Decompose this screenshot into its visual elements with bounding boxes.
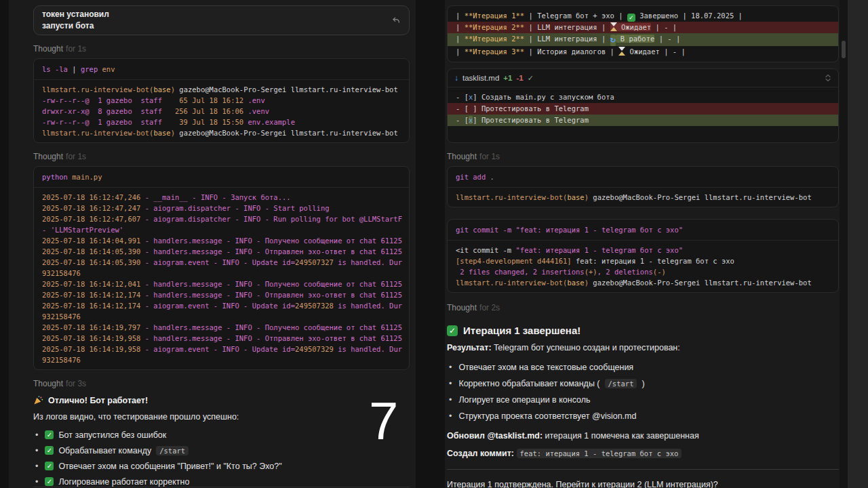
code-line: - 'LLMStartPreview' [34,224,409,235]
undo-icon[interactable] [391,16,401,25]
applied-check-icon [528,74,534,83]
code-token: -la [55,65,72,73]
scrollbar-track[interactable] [840,0,848,488]
code-token: - handlers.message - INFO - Получено соо… [145,237,402,245]
code-token: ) [171,129,180,137]
file-diff-card: tasklist.md +1 -1 - [x] Создать main.py … [447,68,839,143]
code-line: 2025-07-18 16:12:47,246 - __main__ - INF… [34,192,409,203]
screenshot-7-panel: токен установил запусти бота Thoughtfor … [9,0,416,488]
inline-code-chip: /start [605,379,637,388]
summary-heading: Итерация 1 завершена! [463,325,580,336]
code-token: env [102,65,115,73]
code-line: ls -la | grep env [42,64,401,75]
commit-label: Создал коммит: [447,449,514,458]
file-diff-header[interactable]: tasklist.md +1 -1 [448,69,838,87]
code-token: ] Протестировать в Telegram [473,116,589,124]
result-text: Telegram бот успешно создан и протестиро… [492,343,680,352]
code-token: - 'LLMStartPreview' [42,226,123,234]
list-item-text: Логирует все операции в консоль [458,395,590,405]
divider [33,487,410,487]
code-token: llmstart.ru-interview-bot( [42,85,153,94]
thought-toggle[interactable]: Thoughtfor 3s [33,379,410,388]
code-token: - aiogram.event - INFO - Update id= [145,345,295,353]
code-token: 2025-07-18 16:14:19,958 [42,334,145,342]
code-token: -rw-r--r--@ 1 gazebo staff [42,118,179,126]
hourglass-icon [610,22,617,31]
code-token: llmstart.ru-interview-bot( [456,193,567,201]
check-icon [45,446,54,455]
hourglass-icon [618,47,625,56]
code-token: base [567,193,584,201]
thought-toggle[interactable]: Thoughtfor 1s [447,152,839,161]
code-token: commit [473,226,502,234]
code-line: 2025-07-18 16:12:47,247 - aiogram.dispat… [34,203,409,214]
scrollbar-thumb[interactable] [842,41,846,58]
code-token: | [456,23,465,31]
terminal-card-ls: ls -la | grep env llmstart.ru-interview-… [33,58,410,143]
code-token: python [42,173,72,181]
code-token: gazebo@MacBook-Pro-Sergei llmstart.ru-in… [593,193,811,201]
code-token: - [ [456,93,469,101]
code-token: - handlers.message - INFO - Получено соо… [145,323,402,331]
terminal-command: python main.py [34,167,409,188]
expand-icon[interactable] [825,74,831,82]
check-icon [627,14,635,22]
summary-list: Отвечает эхом на все текстовые сообщения… [447,359,839,424]
code-token: | - | [651,23,677,31]
thought-label: Thought [33,379,63,388]
thought-toggle[interactable]: Thoughtfor 1s [33,44,410,54]
terminal-card-git-add: git add . llmstart.ru-interview-bot(base… [447,166,839,207]
party-popper-icon [33,395,43,405]
code-line: 2025-07-18 16:14:19,958 - aiogram.event … [34,344,409,354]
thought-toggle[interactable]: Thoughtfor 2s [447,303,839,312]
thought-duration: for 3s [66,379,86,388]
result-label: Результат: [447,343,492,352]
code-token: 2025-07-18 16:14:12,174 [42,302,145,310]
code-line: python main.py [42,171,401,182]
code-line: 2 files changed, 2 insertions(+), 2 dele… [448,266,838,277]
code-line: - [x] Протестировать в Telegram [448,115,838,126]
divider [447,469,839,470]
summary-result-line: Результат: Telegram бот успешно создан и… [447,342,839,354]
code-token: 2025-07-18 16:14:12,041 [42,280,145,288]
code-line: 932158476 [34,268,409,279]
list-item: Отвечает эхом на сообщения "Привет!" и "… [33,458,410,474]
code-token: <it commit -m [456,246,516,254]
code-token: - aiogram.event - INFO - Update id= [145,258,295,266]
list-item-text: Структура проекта соответствует @vision.… [458,411,636,421]
check-icon [45,477,54,486]
code-line: - [ ] Протестировать в Telegram [448,103,838,115]
code-token: ] Создать main.py с запуском бота [473,93,614,101]
list-item-text: Логирование работает корректно [58,477,189,487]
code-token: 932158476 [42,312,81,321]
code-line: git commit -m "feat: итерация 1 - telegr… [456,224,830,235]
thought-toggle[interactable]: Thoughtfor 1s [33,152,410,161]
code-line: 2025-07-18 16:14:12,174 - aiogram.event … [34,300,409,311]
code-token: is handled. Dur [334,302,402,310]
code-token: 249507328 [295,302,334,310]
code-token: -m [503,226,516,234]
code-token: | [456,35,465,43]
code-token: ) [585,193,593,201]
code-token: - aiogram.dispatcher - INFO - Start poll… [145,204,330,212]
code-token: add [473,173,490,181]
code-token: - __main__ - INFO - Запуск бота... [145,193,291,201]
code-line: 2025-07-18 16:14:12,041 - handlers.messa… [34,279,409,289]
code-token: llmstart.ru-interview-bot( [456,279,567,287]
code-token: base [153,129,170,137]
user-message-box[interactable]: токен установил запусти бота [33,5,410,35]
assistant-message: Итерация 1 завершена! Результат: Telegra… [447,325,839,488]
code-token: "feat: итерация 1 - telegram бот с эхо" [516,226,684,234]
thought-duration: for 1s [66,152,86,161]
terminal-output: llmstart.ru-interview-bot(base) gazebo@M… [34,80,409,142]
code-line: 2025-07-18 16:14:05,390 - handlers.messa… [34,246,409,257]
code-token: 2025-07-18 16:14:05,390 [42,247,145,256]
code-token: 2 files changed, 2 insertions [456,268,585,276]
list-item: Логирует все операции в консоль [447,392,839,408]
code-token: 2025-07-18 16:14:19,797 [42,323,145,331]
code-line: 2025-07-18 16:14:05,390 - aiogram.event … [34,257,409,268]
code-token: 2025-07-18 16:14:04,991 [42,237,145,245]
code-token: base [567,279,584,287]
code-token: (+) [585,268,597,276]
diff-table-lines: | **Итерация 1** | Telegram бот + эхо | … [448,6,838,62]
